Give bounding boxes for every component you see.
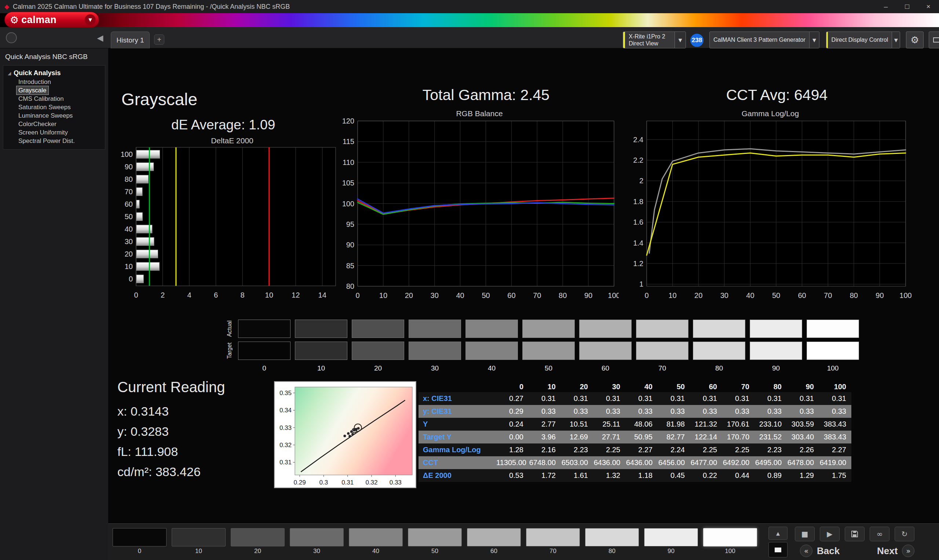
pattern-level-button-0[interactable]: 0 (113, 528, 167, 555)
target-swatch-40 (466, 342, 518, 360)
display-settings-button[interactable] (929, 32, 939, 48)
swatch-level-label: 30 (409, 363, 461, 372)
continuous-measure-button[interactable]: ∞ (870, 527, 890, 541)
close-button[interactable]: × (918, 0, 939, 13)
target-swatch-100 (806, 342, 859, 360)
svg-text:100: 100 (899, 291, 911, 299)
next-label: Next (877, 545, 897, 557)
pattern-level-swatch (526, 528, 580, 546)
table-cell: 0.33 (658, 407, 690, 415)
sidebar-item-grayscale[interactable]: Grayscale (17, 86, 48, 95)
pattern-level-button-100[interactable]: 100 (703, 528, 757, 555)
pattern-level-button-70[interactable]: 70 (526, 528, 580, 555)
meter-dropdown[interactable]: X-Rite i1Pro 2 Direct View ▼ (623, 32, 686, 48)
display-control-dropdown[interactable]: Direct Display Control ▼ (826, 32, 900, 48)
pattern-window-button[interactable] (768, 542, 788, 557)
table-column-header: 30 (593, 383, 625, 391)
swatch-level-label: 60 (579, 363, 632, 372)
pattern-level-button-20[interactable]: 20 (231, 528, 285, 555)
pattern-level-button-90[interactable]: 90 (644, 528, 698, 555)
calman-logo-text: calman (21, 14, 57, 26)
svg-text:2.4: 2.4 (633, 135, 643, 144)
target-swatch-10 (295, 342, 347, 360)
pattern-level-swatch (585, 528, 639, 546)
sidebar-item-colorchecker[interactable]: ColorChecker (17, 120, 58, 128)
table-cell: 233.10 (754, 420, 787, 428)
pattern-level-swatch (290, 528, 344, 546)
pattern-window-badge[interactable]: 238 (690, 34, 703, 47)
display-control-dropdown-arrow-icon[interactable]: ▼ (892, 32, 900, 48)
sidebar-collapse-icon[interactable]: ◀ (95, 32, 106, 43)
svg-text:40: 40 (456, 291, 464, 299)
tree-expander-icon[interactable]: ◢ (8, 71, 11, 76)
swatch-level-label: 100 (806, 363, 859, 372)
maximize-button[interactable]: □ (896, 0, 918, 13)
svg-text:6: 6 (214, 291, 218, 299)
pattern-level-button-40[interactable]: 40 (349, 528, 403, 555)
svg-text:0: 0 (645, 291, 649, 299)
table-cell: 0.33 (593, 407, 625, 415)
session-indicator-button[interactable] (6, 32, 17, 43)
stop-button[interactable]: ■ (795, 527, 815, 541)
svg-text:1.6: 1.6 (633, 218, 643, 226)
sidebar-root-quick-analysis[interactable]: ◢ Quick Analysis (5, 69, 103, 78)
pattern-generator-dropdown-arrow-icon[interactable]: ▼ (809, 32, 819, 48)
svg-text:60: 60 (125, 200, 133, 208)
calman-menu-button[interactable]: ⚙ calman ▼ (5, 12, 99, 28)
sidebar-item-saturation-sweeps[interactable]: Saturation Sweeps (17, 103, 72, 111)
save-button[interactable] (845, 527, 865, 541)
table-cell: 0.31 (819, 394, 851, 403)
svg-text:90: 90 (346, 241, 354, 249)
meter-name: X-Rite i1Pro 2 (629, 33, 671, 40)
pattern-level-label: 10 (172, 548, 225, 555)
pattern-level-label: 40 (349, 548, 403, 555)
pattern-level-button-30[interactable]: 30 (290, 528, 344, 555)
sidebar-item-introduction[interactable]: Introduction (17, 78, 53, 86)
sidebar-item-screen-uniformity[interactable]: Screen Uniformity (17, 128, 70, 137)
settings-button[interactable]: ⚙ (906, 32, 924, 48)
reading-fl: fL: 111.908 (117, 442, 268, 462)
sidebar-item-cms-calibration[interactable]: CMS Calibration (17, 95, 66, 103)
table-cell: 2.16 (529, 446, 561, 454)
table-cell: 383.43 (819, 433, 851, 441)
target-swatch-0 (238, 342, 290, 360)
minimize-button[interactable]: – (875, 0, 896, 13)
table-cell: 48.06 (625, 420, 658, 428)
actual-row-label: Actual (224, 320, 235, 338)
table-column-header: 70 (722, 383, 754, 391)
tab-history-1[interactable]: History 1 (111, 32, 150, 48)
table-cell: 0.31 (561, 394, 593, 403)
pattern-level-button-60[interactable]: 60 (467, 528, 521, 555)
sidebar-item-spectral-power-dist[interactable]: Spectral Power Dist. (17, 137, 77, 145)
svg-text:0.31: 0.31 (341, 479, 354, 486)
table-cell: 0.33 (561, 407, 593, 415)
play-button[interactable]: ▶ (820, 527, 840, 541)
meter-dropdown-arrow-icon[interactable]: ▼ (675, 32, 686, 48)
refresh-button[interactable]: ↻ (894, 527, 914, 541)
pattern-panel-expand-button[interactable]: ▲ (768, 527, 788, 540)
table-cell: 122.14 (690, 433, 722, 441)
pattern-level-button-50[interactable]: 50 (408, 528, 462, 555)
table-cell: 0.31 (625, 394, 658, 403)
table-cell: 0.33 (625, 407, 658, 415)
table-cell: 303.40 (787, 433, 819, 441)
sidebar-items: IntroductionGrayscaleCMS CalibrationSatu… (5, 78, 103, 145)
pattern-generator-dropdown[interactable]: CalMAN Client 3 Pattern Generator ▼ (709, 32, 819, 48)
svg-text:1.2: 1.2 (633, 260, 643, 268)
table-cell: 0.31 (529, 394, 561, 403)
table-cell: 6419.00 (819, 458, 851, 467)
pattern-level-button-10[interactable]: 10 (172, 528, 225, 555)
table-cell: 0.27 (496, 394, 529, 403)
table-cell: 11305.00 (496, 458, 529, 467)
actual-swatch-20 (352, 320, 404, 338)
sidebar-item-luminance-sweeps[interactable]: Luminance Sweeps (17, 111, 74, 120)
pattern-level-label: 90 (644, 548, 698, 555)
actual-swatch-0 (238, 320, 290, 338)
add-tab-button[interactable]: + (154, 34, 164, 45)
pattern-level-button-80[interactable]: 80 (585, 528, 639, 555)
back-button[interactable]: « Back (800, 543, 840, 558)
main-content: Grayscale dE Average: 1.09 Total Gamma: … (108, 48, 939, 560)
svg-text:1: 1 (639, 280, 643, 288)
next-button[interactable]: Next » (877, 543, 914, 558)
table-cell: 6456.00 (658, 458, 690, 467)
